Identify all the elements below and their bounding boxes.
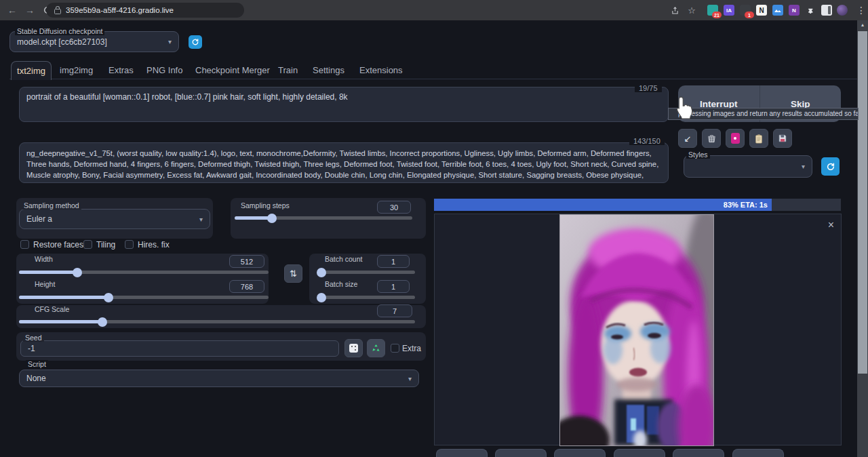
lock-icon	[54, 9, 61, 14]
tab-img2img[interactable]: img2img	[60, 61, 93, 79]
chevron-down-icon: ▾	[802, 163, 805, 170]
save-style-button[interactable]	[773, 129, 792, 148]
close-icon[interactable]: ×	[828, 220, 834, 231]
tab-png-info[interactable]: PNG Info	[146, 61, 182, 79]
clear-prompt-button[interactable]	[702, 129, 721, 148]
progress-text: 83% ETA: 1s	[724, 201, 768, 209]
recycle-icon	[371, 343, 381, 353]
extra-networks-button[interactable]	[726, 129, 745, 148]
address-bar[interactable]: 359e5b9a-a5ff-4216.gradio.live	[46, 3, 244, 18]
height-slider[interactable]	[19, 296, 269, 299]
chevron-down-icon: ▾	[408, 375, 412, 382]
image-extension-icon[interactable]	[772, 5, 783, 16]
script-dropdown[interactable]: None ▾	[19, 370, 419, 387]
clipboard-icon	[754, 134, 764, 144]
extension-badge: 21	[712, 12, 722, 18]
tiling-label: Tiling	[96, 240, 115, 250]
forward-icon[interactable]: →	[22, 0, 38, 20]
tab-settings[interactable]: Settings	[313, 61, 344, 79]
width-label: Width	[33, 255, 55, 263]
trash-basket-icon	[707, 134, 717, 144]
random-seed-button[interactable]	[344, 339, 363, 357]
seed-extra-label: Extra	[402, 344, 421, 353]
prompt-token-counter: 19/75	[635, 84, 662, 92]
batch-size-label: Batch size	[323, 280, 359, 288]
checkpoint-refresh-button[interactable]	[189, 35, 202, 49]
chevron-down-icon: ▾	[199, 216, 203, 223]
height-label: Height	[33, 280, 57, 288]
hires-fix-checkbox[interactable]	[125, 240, 134, 249]
arrow-down-left-icon: ↙	[684, 134, 692, 144]
page-scrollbar[interactable]: ▴	[857, 20, 868, 457]
share-icon[interactable]	[667, 0, 683, 20]
tab-checkpoint-merger[interactable]: Checkpoint Merger	[195, 61, 270, 79]
script-value: None	[26, 374, 46, 383]
styles-refresh-button[interactable]	[821, 157, 840, 176]
sampling-steps-slider[interactable]	[235, 216, 412, 220]
back-icon[interactable]: ←	[4, 0, 20, 20]
tab-train[interactable]: Train	[278, 61, 298, 79]
restore-faces-checkbox[interactable]	[20, 240, 29, 249]
extensions-puzzle-icon[interactable]	[805, 5, 816, 16]
scrollbar-thumb[interactable]	[858, 31, 867, 374]
sidebar-icon[interactable]	[821, 5, 832, 16]
extension-ia-icon[interactable]: IA	[724, 5, 734, 16]
onenote-icon[interactable]: N	[789, 5, 800, 16]
bookmark-star-icon[interactable]: ☆	[684, 0, 700, 20]
mouse-cursor	[673, 95, 694, 125]
gallery-action-button[interactable]	[732, 449, 784, 457]
dice-icon	[349, 344, 358, 353]
generated-image[interactable]	[560, 215, 713, 445]
sampling-method-value: Euler a	[26, 214, 52, 224]
gallery-action-button[interactable]	[614, 449, 665, 457]
swap-dimensions-button[interactable]: ⇅	[284, 264, 302, 283]
interrupt-tooltip: processing images and return any results…	[668, 108, 859, 120]
notion-icon[interactable]: N	[756, 5, 767, 16]
batch-size-slider[interactable]	[317, 296, 415, 299]
negative-prompt-input[interactable]: ng_deepnegative_v1_75t, (worst quality, …	[19, 142, 669, 183]
profile-avatar[interactable]	[837, 5, 848, 16]
sampling-steps-value[interactable]: 30	[377, 201, 411, 214]
url-text: 359e5b9a-a5ff-4216.gradio.live	[66, 6, 174, 14]
tab-txt2img[interactable]: txt2img	[11, 61, 52, 80]
gallery-action-button[interactable]	[495, 449, 547, 457]
height-value[interactable]: 768	[229, 280, 264, 293]
kebab-menu-icon[interactable]: ⋮	[853, 0, 868, 20]
sampling-method-dropdown[interactable]: Euler a ▾	[19, 209, 210, 229]
paste-generation-params-button[interactable]: ↙	[678, 129, 697, 148]
gallery-action-button[interactable]	[436, 449, 488, 457]
sampling-method-label: Sampling method	[22, 201, 81, 210]
save-icon	[778, 134, 787, 143]
batch-size-value[interactable]: 1	[377, 280, 410, 293]
styles-label: Styles	[686, 151, 710, 159]
seed-value: -1	[28, 344, 35, 353]
apply-style-button[interactable]	[749, 129, 768, 148]
seed-label: Seed	[23, 334, 44, 342]
cfg-scale-slider[interactable]	[19, 320, 415, 323]
extension-teal-icon[interactable]: 21	[707, 5, 718, 16]
cfg-panel	[16, 305, 426, 328]
checkpoint-label: Stable Diffusion checkpoint	[15, 27, 104, 35]
gallery-action-button[interactable]	[673, 449, 724, 457]
batch-count-value[interactable]: 1	[377, 255, 410, 268]
seed-input[interactable]: -1	[20, 340, 339, 357]
card-icon	[731, 133, 740, 144]
tiling-checkbox[interactable]	[83, 240, 92, 249]
scroll-up-icon[interactable]: ▴	[857, 20, 868, 30]
tab-extensions[interactable]: Extensions	[359, 61, 403, 79]
seed-extra-checkbox[interactable]	[391, 344, 399, 353]
width-value[interactable]: 512	[229, 255, 264, 268]
extension-capture-icon[interactable]: 1	[740, 5, 751, 16]
cfg-scale-value[interactable]: 7	[377, 304, 412, 317]
refresh-icon	[826, 162, 835, 172]
extension-badge: 1	[745, 12, 754, 18]
tab-extras[interactable]: Extras	[108, 61, 134, 79]
prompt-input[interactable]: portrait of a beautiful [woman::0.1] rob…	[19, 87, 669, 122]
width-slider[interactable]	[19, 271, 269, 274]
script-label: Script	[26, 360, 48, 368]
reuse-seed-button[interactable]	[367, 339, 385, 357]
browser-toolbar: ← → 359e5b9a-a5ff-4216.gradio.live ☆ 21 …	[0, 0, 868, 20]
gallery-action-button[interactable]	[554, 449, 606, 457]
swap-arrows-icon: ⇅	[290, 269, 297, 279]
batch-count-slider[interactable]	[317, 271, 415, 274]
